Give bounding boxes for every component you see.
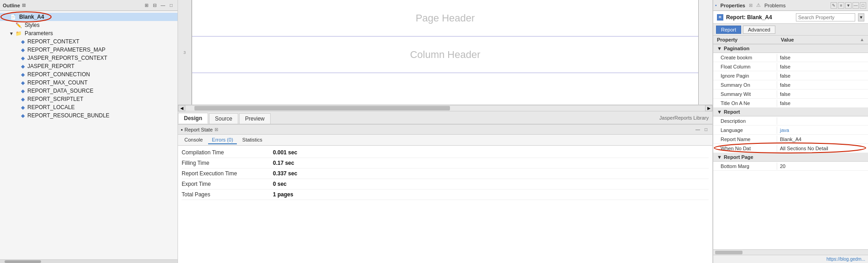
outline-panel: Outline ⊠ ⊞ ⊟ — □ 📄 Blank_A4 ✏️ Styles ▼… [0, 0, 178, 263]
prop-name: Language [713, 126, 777, 134]
minimize-icon[interactable]: — [159, 2, 167, 9]
h-scrollbar[interactable]: ◀ ▶ [178, 105, 712, 111]
tree-item-report-data-source[interactable]: ◆ REPORT_DATA_SOURCE [0, 87, 178, 95]
url-bar: https://blog.gedm... [713, 255, 868, 263]
prop-row-bottom-marg: Bottom Marg 20 [713, 162, 868, 171]
problems-icon: ⚠ [756, 2, 761, 8]
stats-value-execution: 0.337 sec [273, 170, 297, 177]
prop-row-float-column: Float Column false [713, 62, 868, 71]
stats-value-pages: 1 pages [273, 191, 293, 198]
search-property-input[interactable] [796, 13, 855, 21]
outline-title-label: Outline [3, 3, 20, 8]
section-header-report[interactable]: ▼ Report [713, 108, 868, 116]
prop-value: false [777, 72, 868, 79]
tree-item-report-resource-bundle[interactable]: ◆ REPORT_RESOURCE_BUNDLE [0, 111, 178, 120]
scroll-left-arrow[interactable]: ◀ [178, 105, 185, 111]
param-icon: ◆ [21, 39, 25, 45]
report-type-icon: R [717, 14, 723, 21]
subtab-advanced[interactable]: Advanced [743, 26, 775, 34]
tab-separator: ⊠ [749, 3, 753, 8]
props-tab-icon: ▪ [715, 3, 717, 8]
minimize-panel-icon[interactable]: — [694, 126, 701, 133]
section-label-pagination: Pagination [724, 46, 749, 51]
expand-all-icon[interactable]: ⊟ [151, 2, 158, 9]
stats-row-export: Export Time 0 sec [182, 179, 709, 189]
tree-item-label: REPORT_CONNECTION [27, 71, 90, 78]
maximize-props-icon[interactable]: □ [860, 2, 866, 9]
prop-name: Description [713, 117, 777, 125]
tree-item-blank-a4[interactable]: 📄 Blank_A4 [0, 13, 178, 21]
prop-value: false [777, 100, 868, 107]
subtab-report[interactable]: Report [716, 26, 741, 34]
report-title-text: Report: Blank_A4 [726, 14, 772, 21]
report-state-toolbar: — □ [694, 126, 710, 133]
subtab-errors[interactable]: Errors (0) [208, 136, 236, 144]
tab-source[interactable]: Source [209, 113, 238, 124]
expand-arrow-icon: ▼ [9, 31, 14, 36]
outline-title-area: Outline ⊠ [3, 3, 26, 8]
tree-item-report-params-map[interactable]: ◆ REPORT_PARAMETERS_MAP [0, 46, 178, 54]
tab-design[interactable]: Design [178, 113, 208, 124]
outline-scrollbar[interactable] [0, 259, 178, 263]
param-icon: ◆ [21, 113, 25, 119]
section-header-pagination[interactable]: ▼ Pagination [713, 44, 868, 53]
tree-item-label: REPORT_PARAMETERS_MAP [27, 47, 105, 53]
tree-item-report-connection[interactable]: ◆ REPORT_CONNECTION [0, 70, 178, 79]
param-icon: ◆ [21, 80, 25, 86]
prop-value: 20 [777, 163, 868, 170]
properties-panel: ▪ Properties ⊠ ⚠ Problems ✎ ≡ ▼ — □ R Re… [713, 0, 868, 263]
prop-value: false [777, 90, 868, 98]
page-header-label: Page Header [416, 12, 475, 24]
search-dropdown-arrow[interactable]: ▼ [858, 13, 864, 21]
report-state-suffix: ⊠ [214, 127, 218, 132]
prop-icon-2[interactable]: ≡ [838, 2, 844, 9]
param-icon: ◆ [21, 63, 25, 69]
stats-label-export: Export Time [182, 181, 273, 187]
tab-problems[interactable]: Problems [763, 2, 787, 9]
tab-properties[interactable]: Properties [719, 2, 747, 9]
url-text: https://blog.gedm... [826, 257, 865, 262]
tree-item-report-context[interactable]: ◆ REPORT_CONTEXT [0, 37, 178, 46]
report-state-small-icon: ▪ [181, 126, 183, 133]
props-scroll-thumb[interactable] [715, 251, 743, 254]
stats-row-execution: Report Execution Time 0.337 sec [182, 168, 709, 179]
h-scroll-thumb[interactable] [194, 106, 450, 110]
subtab-console[interactable]: Console [181, 136, 206, 144]
stats-label-pages: Total Pages [182, 191, 273, 198]
column-header-band: Column Header [192, 37, 698, 73]
prop-icon-1[interactable]: ✎ [831, 2, 837, 9]
prop-value: false [777, 63, 868, 70]
tree-item-parameters[interactable]: ▼ 📁 Parameters [0, 29, 178, 37]
outline-toolbar: ⊞ ⊟ — □ [143, 2, 175, 9]
scroll-right-arrow[interactable]: ▶ [705, 105, 712, 111]
prop-name: Report Name [713, 136, 777, 143]
canvas-inner[interactable]: Page Header Column Header [192, 0, 699, 105]
stats-value-export: 0 sec [273, 181, 287, 187]
tree-item-label: REPORT_DATA_SOURCE [27, 88, 94, 94]
canvas-area: 3 Page Header Column Header [178, 0, 712, 105]
tree-item-label: REPORT_CONTEXT [27, 38, 79, 45]
maximize-panel-icon[interactable]: □ [702, 126, 710, 133]
props-bottom-scrollbar[interactable] [713, 249, 868, 255]
prop-icon-3[interactable]: ▼ [845, 2, 852, 9]
tree-item-jasper-report[interactable]: ◆ JASPER_REPORT [0, 62, 178, 70]
properties-header-tabs: ▪ Properties ⊠ ⚠ Problems [715, 2, 787, 9]
minimize-props-icon[interactable]: — [852, 2, 859, 9]
tree-item-report-locale[interactable]: ◆ REPORT_LOCALE [0, 103, 178, 111]
tree-item-styles[interactable]: ✏️ Styles [0, 21, 178, 29]
prop-value: false [777, 81, 868, 89]
sort-icon[interactable]: ▲ [860, 37, 864, 42]
tree-item-jasper-reports-context[interactable]: ◆ JASPER_REPORTS_CONTEXT [0, 54, 178, 62]
tree-item-report-max-count[interactable]: ◆ REPORT_MAX_COUNT [0, 79, 178, 87]
section-header-report-page[interactable]: ▼ Report Page [713, 153, 868, 162]
design-tabs-row: Design Source Preview JasperReports Libr… [178, 111, 712, 124]
tree-item-report-scriptlet[interactable]: ◆ REPORT_SCRIPTLET [0, 95, 178, 103]
stats-value-filling: 0.17 sec [273, 160, 294, 166]
section-collapse-icon: ▼ [717, 154, 722, 160]
maximize-icon[interactable]: □ [167, 2, 175, 9]
collapse-all-icon[interactable]: ⊞ [143, 2, 150, 9]
tab-preview[interactable]: Preview [239, 113, 271, 124]
outline-scroll-thumb[interactable] [5, 260, 41, 263]
styles-icon: ✏️ [16, 22, 22, 28]
subtab-statistics[interactable]: Statistics [239, 136, 266, 144]
